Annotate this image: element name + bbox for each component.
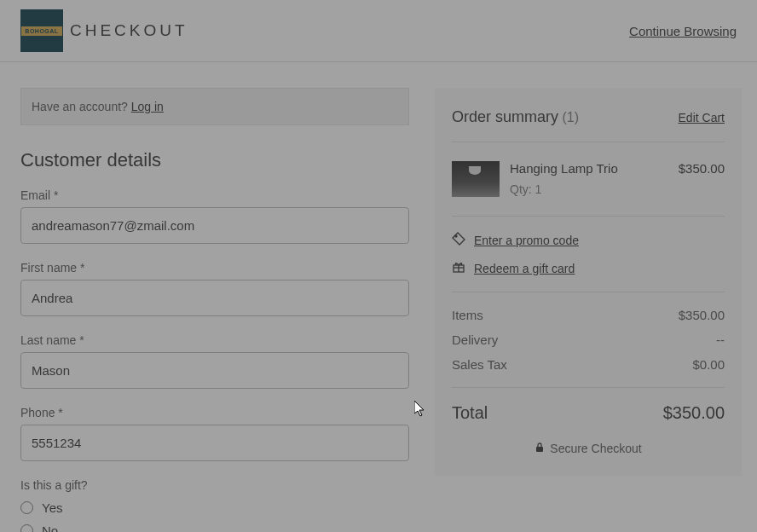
- gift-card-link[interactable]: Redeem a gift card: [452, 260, 725, 276]
- svg-point-0: [455, 235, 457, 237]
- first-name-input[interactable]: [20, 280, 409, 316]
- login-link[interactable]: Log in: [131, 100, 164, 113]
- last-name-group: Last name *: [20, 333, 409, 389]
- gift-no-option[interactable]: No: [20, 523, 409, 532]
- totals-section: Items $350.00 Delivery -- Sales Tax $0.0…: [452, 292, 725, 387]
- tax-row: Sales Tax $0.00: [452, 357, 725, 372]
- items-label: Items: [452, 308, 483, 322]
- first-name-label: First name *: [20, 261, 409, 275]
- tag-icon: [452, 232, 465, 248]
- gift-group: Is this a gift? Yes No: [20, 478, 409, 532]
- brand-logo: BOHOGAL: [20, 9, 63, 52]
- gift-no-radio[interactable]: [20, 524, 33, 532]
- delivery-label: Delivery: [452, 332, 498, 347]
- page-title: CHECKOUT: [70, 21, 188, 40]
- cart-item: Hanging Lamp Trio Qty: 1 $350.00: [452, 142, 725, 216]
- account-banner: Have an account? Log in: [20, 88, 409, 125]
- summary-header: Order summary (1) Edit Cart: [452, 108, 725, 126]
- email-input[interactable]: [20, 207, 409, 244]
- tax-label: Sales Tax: [452, 357, 507, 372]
- email-label: Email *: [20, 188, 409, 202]
- secure-checkout-badge: Secure Checkout: [452, 442, 725, 455]
- lock-icon: [535, 442, 545, 455]
- gift-yes-label: Yes: [42, 500, 62, 515]
- phone-input[interactable]: [20, 425, 409, 461]
- svg-rect-4: [536, 447, 543, 452]
- items-value: $350.00: [679, 308, 725, 322]
- last-name-label: Last name *: [20, 333, 409, 347]
- order-summary-panel: Order summary (1) Edit Cart Hanging Lamp…: [435, 88, 742, 476]
- summary-title: Order summary: [452, 108, 558, 125]
- email-group: Email *: [20, 188, 409, 244]
- item-info: Hanging Lamp Trio Qty: 1: [510, 161, 668, 197]
- phone-group: Phone *: [20, 406, 409, 461]
- promo-links: Enter a promo code Redeem a gift card: [452, 217, 725, 292]
- delivery-value: --: [716, 332, 725, 347]
- header: BOHOGAL CHECKOUT Continue Browsing: [0, 0, 757, 62]
- grand-total-row: Total $350.00: [452, 388, 725, 423]
- summary-count: (1): [562, 110, 579, 124]
- first-name-group: First name *: [20, 261, 409, 316]
- customer-details-column: Have an account? Log in Customer details…: [20, 88, 409, 532]
- gift-label: Is this a gift?: [20, 478, 409, 492]
- promo-code-label: Enter a promo code: [474, 234, 579, 247]
- item-qty: Qty: 1: [510, 182, 668, 196]
- header-left: BOHOGAL CHECKOUT: [20, 9, 188, 52]
- gift-yes-radio[interactable]: [20, 501, 33, 514]
- delivery-row: Delivery --: [452, 332, 725, 347]
- gift-card-label: Redeem a gift card: [474, 262, 575, 275]
- gift-yes-option[interactable]: Yes: [20, 500, 409, 515]
- continue-browsing-link[interactable]: Continue Browsing: [629, 24, 737, 38]
- gift-no-label: No: [42, 523, 58, 532]
- last-name-input[interactable]: [20, 352, 409, 389]
- gift-icon: [452, 260, 465, 276]
- total-value: $350.00: [663, 403, 725, 423]
- total-label: Total: [452, 403, 488, 423]
- gift-radio-group: Yes No: [20, 500, 409, 532]
- item-name: Hanging Lamp Trio: [510, 161, 668, 176]
- customer-details-heading: Customer details: [20, 149, 409, 171]
- phone-label: Phone *: [20, 406, 409, 419]
- secure-checkout-label: Secure Checkout: [550, 442, 641, 455]
- tax-value: $0.00: [692, 357, 725, 372]
- item-thumbnail: [452, 161, 500, 197]
- items-row: Items $350.00: [452, 308, 725, 322]
- promo-code-link[interactable]: Enter a promo code: [452, 232, 725, 248]
- item-price: $350.00: [679, 161, 725, 197]
- account-prompt: Have an account?: [32, 100, 131, 113]
- edit-cart-link[interactable]: Edit Cart: [679, 111, 725, 124]
- main-content: Have an account? Log in Customer details…: [0, 62, 757, 532]
